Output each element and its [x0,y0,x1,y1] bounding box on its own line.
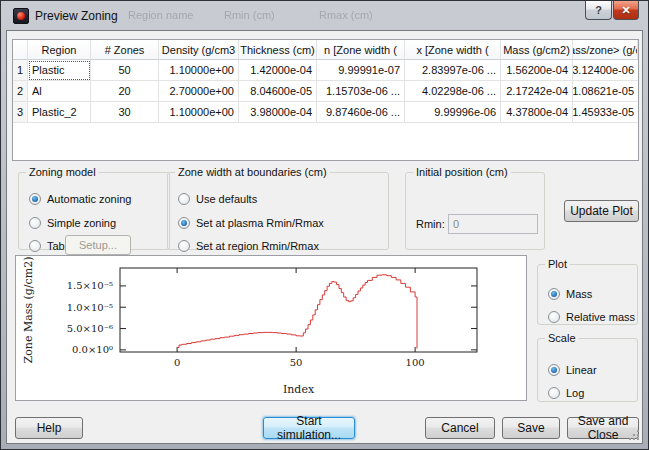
close-icon: ✕ [621,4,630,17]
cell-zone-width-min[interactable]: 9.87460e-06 ... [317,102,405,123]
cell-zones[interactable]: 50 [91,60,159,81]
radio-icon [548,364,560,376]
help-button[interactable]: Help [15,417,83,439]
ghost-text-rmax: Rmax (cm) [319,9,373,21]
radio-icon [29,193,41,205]
group-plot: Plot Mass Relative mass [537,258,638,325]
cancel-button[interactable]: Cancel [425,417,495,439]
radio-set-region-rmin-rmax[interactable]: Set at region Rmin/Rmax [178,239,319,253]
radio-use-defaults[interactable]: Use defaults [178,192,257,206]
header-density[interactable]: Density (g/cm3 [159,40,239,60]
group-scale: Scale Linear Log [537,332,638,402]
radio-icon [178,193,190,205]
radio-simple-zoning[interactable]: Simple zoning [29,216,116,230]
radio-icon [548,311,560,323]
svg-text:1.5×10⁻⁵: 1.5×10⁻⁵ [67,280,113,291]
titlebar-help-button[interactable]: ? [585,1,612,20]
cell-zone-width-min[interactable]: 1.15703e-06 ... [317,81,405,102]
radio-automatic-zoning[interactable]: Automatic zoning [29,192,131,206]
radio-relative-mass[interactable]: Relative mass [548,310,635,324]
radio-icon [178,240,190,252]
row-number: 2 [13,81,28,102]
radio-icon [178,217,190,229]
ghost-text-rmin: Rmin (cm) [224,9,275,21]
radio-log[interactable]: Log [548,386,584,400]
header-mass-per-zone[interactable]: ass/zone> (g/c [573,40,638,60]
table-row: 2 Al 20 2.70000e+00 8.04600e-05 1.15703e… [13,81,638,102]
header-zones[interactable]: # Zones [91,40,159,60]
radio-linear[interactable]: Linear [548,363,597,377]
group-initial-position: Initial position (cm) Rmin: [405,166,545,250]
group-initial-position-label: Initial position (cm) [413,166,511,178]
cell-thickness[interactable]: 1.42000e-04 [239,60,317,81]
cell-zones[interactable]: 30 [91,102,159,123]
table-row: 3 Plastic_2 30 1.10000e+00 3.98000e-04 9… [13,102,638,123]
header-rownum[interactable] [13,40,28,60]
radio-set-plasma-rmin-rmax[interactable]: Set at plasma Rmin/Rmax [178,216,324,230]
cell-density[interactable]: 1.10000e+00 [159,102,239,123]
cell-mass[interactable]: 2.17242e-04 [501,81,573,102]
radio-mass[interactable]: Mass [548,287,592,301]
chart-canvas: 0501000.0×10⁰5.0×10⁻⁶1.0×10⁻⁵1.5×10⁻⁵Ind… [16,256,526,400]
rmin-input[interactable] [448,214,538,234]
resize-grip[interactable] [628,429,640,441]
cell-zone-width-max[interactable]: 4.02298e-06 ... [405,81,501,102]
header-mass[interactable]: Mass (g/cm2) [501,40,573,60]
cell-zones[interactable]: 20 [91,81,159,102]
svg-text:1.0×10⁻⁵: 1.0×10⁻⁵ [67,302,113,313]
cell-mass[interactable]: 4.37800e-04 [501,102,573,123]
group-zone-width: Zone width at boundaries (cm) Use defaul… [167,166,389,250]
app-icon [13,8,29,24]
header-zone-width-min[interactable]: n [Zone width ( [317,40,405,60]
cell-region[interactable]: Plastic [28,60,91,81]
ghost-text-region-name: Region name [128,9,193,21]
header-thickness[interactable]: Thickness (cm) [239,40,317,60]
cell-region[interactable]: Plastic_2 [28,102,91,123]
svg-text:50: 50 [290,357,303,368]
cell-mass-per-zone[interactable]: 1.45933e-05 [573,102,638,123]
cell-mass-per-zone[interactable]: 3.12400e-06 [573,60,638,81]
cell-density[interactable]: 2.70000e+00 [159,81,239,102]
header-region[interactable]: Region [28,40,91,60]
titlebar[interactable]: Preview Zoning Region name Rmin (cm) Rma… [6,1,643,30]
rmin-label: Rmin: [416,218,445,230]
setup-button[interactable]: Setup... [65,235,131,255]
svg-text:Index: Index [283,383,315,396]
cell-thickness[interactable]: 8.04600e-05 [239,81,317,102]
svg-text:5.0×10⁻⁶: 5.0×10⁻⁶ [67,323,113,334]
window-title: Preview Zoning [35,9,118,23]
cell-density[interactable]: 1.10000e+00 [159,60,239,81]
group-zoning-model-label: Zoning model [26,166,99,178]
close-button[interactable]: ✕ [613,1,639,20]
table-header-row: Region # Zones Density (g/cm3 Thickness … [13,40,638,60]
cell-zone-width-min[interactable]: 9.99991e-07 [317,60,405,81]
cell-region[interactable]: Al [28,81,91,102]
group-zone-width-label: Zone width at boundaries (cm) [175,166,330,178]
cell-mass[interactable]: 1.56200e-04 [501,60,573,81]
cell-zone-width-max[interactable]: 9.99996e-06 [405,102,501,123]
svg-text:Zone Mass (g/cm2): Zone Mass (g/cm2) [22,257,35,364]
row-number: 3 [13,102,28,123]
zone-mass-chart: 0501000.0×10⁰5.0×10⁻⁶1.0×10⁻⁵1.5×10⁻⁵Ind… [15,255,527,401]
preview-zoning-dialog: Preview Zoning Region name Rmin (cm) Rma… [0,0,649,450]
region-table: Region # Zones Density (g/cm3 Thickness … [12,39,639,161]
svg-text:100: 100 [406,357,425,368]
save-button[interactable]: Save [502,417,560,439]
radio-icon [29,217,41,229]
question-icon: ? [595,4,602,16]
update-plot-button[interactable]: Update Plot [564,200,639,222]
dialog-client-area: Region # Zones Density (g/cm3 Thickness … [6,30,643,444]
cell-zone-width-max[interactable]: 2.83997e-06 ... [405,60,501,81]
svg-text:0: 0 [174,357,180,368]
group-zoning-model: Zoning model Automatic zoning Simple zon… [18,166,170,250]
group-scale-label: Scale [545,332,579,344]
group-plot-label: Plot [545,258,570,270]
radio-icon [29,240,41,252]
svg-text:0.0×10⁰: 0.0×10⁰ [72,344,113,355]
cell-mass-per-zone[interactable]: 1.08621e-05 [573,81,638,102]
start-simulation-button[interactable]: Start simulation... [263,417,355,439]
row-number: 1 [13,60,28,81]
header-zone-width-max[interactable]: x [Zone width ( [405,40,501,60]
cell-thickness[interactable]: 3.98000e-04 [239,102,317,123]
radio-icon [548,387,560,399]
